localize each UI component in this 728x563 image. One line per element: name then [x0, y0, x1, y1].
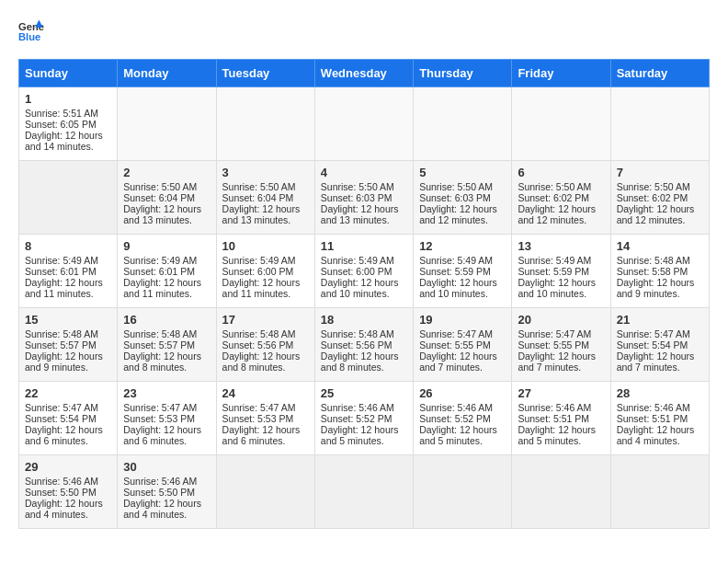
daylight-label: Daylight: 12 hours and 5 minutes.	[419, 424, 497, 446]
sunset-label: Sunset: 6:02 PM	[518, 192, 589, 203]
calendar-cell: 24 Sunrise: 5:47 AM Sunset: 5:53 PM Dayl…	[216, 382, 314, 455]
daylight-label: Daylight: 12 hours and 14 minutes.	[25, 130, 103, 152]
daylight-label: Daylight: 12 hours and 4 minutes.	[123, 498, 201, 520]
sunset-label: Sunset: 6:02 PM	[617, 192, 688, 203]
calendar-cell: 8 Sunrise: 5:49 AM Sunset: 6:01 PM Dayli…	[19, 235, 118, 308]
day-number: 24	[222, 386, 309, 400]
sunrise-label: Sunrise: 5:50 AM	[617, 181, 690, 192]
sunset-label: Sunset: 5:51 PM	[518, 413, 589, 424]
calendar-cell	[610, 87, 709, 161]
day-number: 4	[321, 166, 407, 179]
sunrise-label: Sunrise: 5:47 AM	[123, 402, 197, 413]
sunrise-label: Sunrise: 5:47 AM	[222, 402, 296, 413]
sunset-label: Sunset: 6:03 PM	[419, 192, 491, 203]
daylight-label: Daylight: 12 hours and 7 minutes.	[617, 350, 695, 373]
calendar-cell: 5 Sunrise: 5:50 AM Sunset: 6:03 PM Dayli…	[414, 161, 512, 235]
calendar-cell: 7 Sunrise: 5:50 AM Sunset: 6:02 PM Dayli…	[610, 161, 709, 235]
daylight-label: Daylight: 12 hours and 7 minutes.	[419, 350, 497, 373]
daylight-label: Daylight: 12 hours and 13 minutes.	[123, 203, 201, 225]
calendar-cell	[414, 87, 512, 161]
sunset-label: Sunset: 5:53 PM	[123, 413, 195, 424]
day-number: 28	[617, 386, 703, 400]
sunset-label: Sunset: 5:57 PM	[123, 339, 195, 350]
sunset-label: Sunset: 6:00 PM	[321, 266, 392, 277]
weekday-header: Tuesday	[216, 60, 314, 87]
sunset-label: Sunset: 5:58 PM	[617, 266, 688, 277]
sunrise-label: Sunrise: 5:49 AM	[222, 255, 296, 266]
logo-icon: General Blue	[18, 18, 44, 44]
sunset-label: Sunset: 5:55 PM	[419, 339, 491, 350]
weekday-header: Friday	[512, 60, 610, 87]
calendar-cell: 19 Sunrise: 5:47 AM Sunset: 5:55 PM Dayl…	[414, 308, 512, 382]
sunset-label: Sunset: 5:52 PM	[419, 413, 491, 424]
calendar-cell: 17 Sunrise: 5:48 AM Sunset: 5:56 PM Dayl…	[216, 308, 314, 382]
sunrise-label: Sunrise: 5:48 AM	[222, 328, 296, 339]
day-number: 29	[25, 460, 111, 474]
calendar-cell: 13 Sunrise: 5:49 AM Sunset: 5:59 PM Dayl…	[512, 235, 610, 308]
sunrise-label: Sunrise: 5:50 AM	[321, 181, 394, 192]
daylight-label: Daylight: 12 hours and 6 minutes.	[222, 424, 301, 446]
calendar-cell	[216, 455, 314, 529]
sunrise-label: Sunrise: 5:50 AM	[518, 181, 591, 192]
daylight-label: Daylight: 12 hours and 12 minutes.	[617, 203, 695, 225]
sunrise-label: Sunrise: 5:50 AM	[419, 181, 493, 192]
sunset-label: Sunset: 5:59 PM	[419, 266, 491, 277]
sunset-label: Sunset: 5:50 PM	[25, 487, 97, 498]
sunrise-label: Sunrise: 5:46 AM	[123, 476, 197, 487]
day-number: 2	[123, 166, 210, 179]
daylight-label: Daylight: 12 hours and 10 minutes.	[321, 277, 399, 299]
calendar-cell: 28 Sunrise: 5:46 AM Sunset: 5:51 PM Dayl…	[610, 382, 709, 455]
sunset-label: Sunset: 6:00 PM	[222, 266, 294, 277]
day-number: 19	[419, 313, 506, 327]
weekday-header: Wednesday	[314, 60, 413, 87]
sunrise-label: Sunrise: 5:49 AM	[25, 255, 98, 266]
sunset-label: Sunset: 6:01 PM	[123, 266, 195, 277]
calendar-cell	[118, 87, 216, 161]
day-number: 8	[25, 239, 111, 253]
sunrise-label: Sunrise: 5:47 AM	[518, 328, 591, 339]
calendar-cell: 4 Sunrise: 5:50 AM Sunset: 6:03 PM Dayli…	[314, 161, 413, 235]
sunset-label: Sunset: 5:57 PM	[25, 339, 97, 350]
sunrise-label: Sunrise: 5:46 AM	[419, 402, 493, 413]
sunset-label: Sunset: 5:56 PM	[321, 339, 392, 350]
sunset-label: Sunset: 5:55 PM	[518, 339, 589, 350]
calendar-cell: 30 Sunrise: 5:46 AM Sunset: 5:50 PM Dayl…	[118, 455, 216, 529]
sunrise-label: Sunrise: 5:50 AM	[222, 181, 296, 192]
daylight-label: Daylight: 12 hours and 12 minutes.	[518, 203, 596, 225]
daylight-label: Daylight: 12 hours and 8 minutes.	[321, 350, 399, 373]
sunset-label: Sunset: 6:05 PM	[25, 119, 97, 130]
sunset-label: Sunset: 6:04 PM	[123, 192, 195, 203]
calendar-cell: 29 Sunrise: 5:46 AM Sunset: 5:50 PM Dayl…	[19, 455, 118, 529]
day-number: 25	[321, 386, 407, 400]
sunset-label: Sunset: 6:04 PM	[222, 192, 294, 203]
calendar-cell	[512, 455, 610, 529]
calendar-cell	[19, 161, 118, 235]
sunrise-label: Sunrise: 5:50 AM	[123, 181, 197, 192]
daylight-label: Daylight: 12 hours and 13 minutes.	[222, 203, 301, 225]
day-number: 14	[617, 239, 703, 253]
sunset-label: Sunset: 5:54 PM	[617, 339, 688, 350]
sunrise-label: Sunrise: 5:49 AM	[419, 255, 493, 266]
sunset-label: Sunset: 5:50 PM	[123, 487, 195, 498]
daylight-label: Daylight: 12 hours and 11 minutes.	[222, 277, 301, 299]
sunrise-label: Sunrise: 5:49 AM	[123, 255, 197, 266]
calendar-cell: 25 Sunrise: 5:46 AM Sunset: 5:52 PM Dayl…	[314, 382, 413, 455]
day-number: 9	[123, 239, 210, 253]
calendar-cell: 15 Sunrise: 5:48 AM Sunset: 5:57 PM Dayl…	[19, 308, 118, 382]
sunrise-label: Sunrise: 5:47 AM	[25, 402, 98, 413]
calendar-cell: 21 Sunrise: 5:47 AM Sunset: 5:54 PM Dayl…	[610, 308, 709, 382]
day-number: 20	[518, 313, 604, 327]
calendar-cell	[314, 455, 413, 529]
daylight-label: Daylight: 12 hours and 4 minutes.	[25, 498, 103, 520]
sunrise-label: Sunrise: 5:46 AM	[25, 476, 98, 487]
weekday-header: Monday	[118, 60, 216, 87]
day-number: 1	[25, 92, 111, 106]
sunset-label: Sunset: 5:59 PM	[518, 266, 589, 277]
day-number: 18	[321, 313, 407, 327]
calendar-cell: 1 Sunrise: 5:51 AM Sunset: 6:05 PM Dayli…	[19, 87, 118, 161]
daylight-label: Daylight: 12 hours and 6 minutes.	[25, 424, 103, 446]
svg-text:Blue: Blue	[18, 31, 40, 42]
daylight-label: Daylight: 12 hours and 8 minutes.	[123, 350, 201, 373]
day-number: 12	[419, 239, 506, 253]
calendar-cell: 22 Sunrise: 5:47 AM Sunset: 5:54 PM Dayl…	[19, 382, 118, 455]
